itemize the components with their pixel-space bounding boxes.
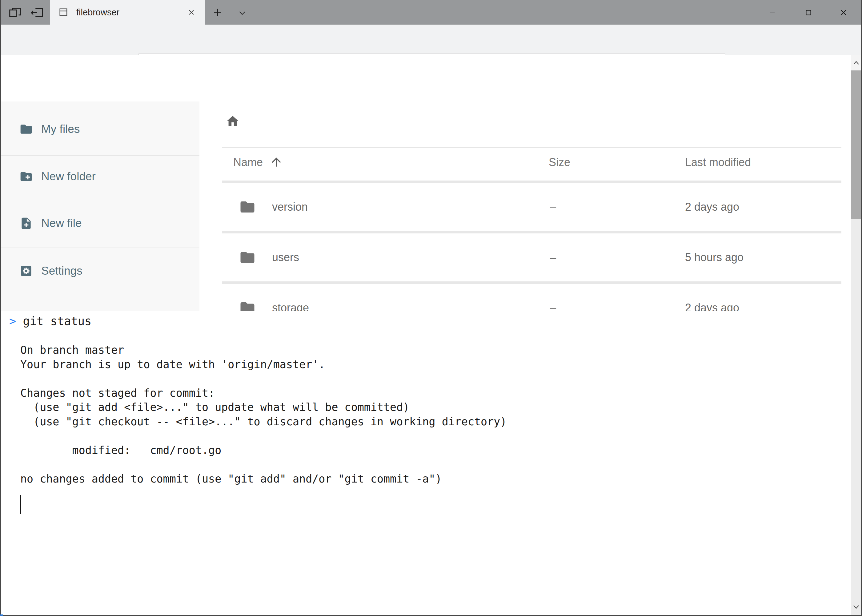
terminal-prompt-line: > git status <box>9 314 91 329</box>
maximize-button[interactable] <box>804 8 813 17</box>
breadcrumb-home-icon[interactable] <box>225 114 240 128</box>
folder-icon <box>239 300 256 311</box>
file-row-version[interactable]: version – 2 days ago <box>222 183 842 231</box>
browser-tab[interactable]: filebrowser <box>50 0 205 25</box>
page-scrollbar[interactable] <box>851 55 861 615</box>
new-tab-icon[interactable] <box>212 7 223 17</box>
file-size: – <box>550 233 556 281</box>
terminal-output: On branch master Your branch is up to da… <box>20 343 507 486</box>
window-border-bottom <box>0 615 862 616</box>
new-file-icon <box>19 217 33 230</box>
sidebar-item-new-file[interactable]: New file <box>0 206 199 240</box>
file-size: – <box>550 183 556 231</box>
sidebar-item-label: New file <box>41 206 82 240</box>
file-modified: 2 days ago <box>685 183 739 231</box>
browser-window: filebrowser <box>0 0 862 616</box>
file-row-storage[interactable]: storage – 2 days ago <box>222 284 842 311</box>
terminal-cursor <box>20 495 21 514</box>
column-header-modified[interactable]: Last modified <box>685 156 751 169</box>
file-modified: 2 days ago <box>685 284 739 311</box>
file-name: storage <box>272 284 309 311</box>
terminal-panel[interactable]: > git status On branch master Your branc… <box>1 311 851 615</box>
sidebar-item-label: My files <box>41 112 80 146</box>
tab-title: filebrowser <box>76 0 120 25</box>
tab-list-chevron-icon[interactable] <box>238 8 247 17</box>
sidebar-divider <box>0 155 199 156</box>
file-modified: 5 hours ago <box>685 233 744 281</box>
sidebar-item-my-files[interactable]: My files <box>0 112 199 146</box>
app-header <box>0 55 862 102</box>
sidebar-item-settings[interactable]: Settings <box>0 254 199 288</box>
window-border-left <box>0 0 1 616</box>
column-header-name[interactable]: Name <box>233 156 263 169</box>
breadcrumb-divider <box>222 147 842 148</box>
file-name: users <box>272 233 299 281</box>
scroll-up-icon[interactable] <box>851 55 861 71</box>
close-window-button[interactable] <box>838 8 848 17</box>
new-folder-icon <box>19 170 33 183</box>
scroll-down-icon[interactable] <box>851 599 861 615</box>
sidebar-item-new-folder[interactable]: New folder <box>0 160 199 193</box>
set-tabs-aside-icon[interactable] <box>30 6 44 20</box>
folder-icon <box>19 123 33 136</box>
folder-icon <box>239 249 256 266</box>
sort-ascending-icon[interactable] <box>269 155 283 169</box>
scrollbar-thumb[interactable] <box>851 71 861 219</box>
minimize-button[interactable] <box>767 8 777 17</box>
settings-gear-icon <box>19 264 33 278</box>
tab-bar: filebrowser <box>0 0 862 25</box>
prompt-chevron-icon: > <box>9 314 16 328</box>
file-size: – <box>550 284 556 311</box>
column-header-size[interactable]: Size <box>549 156 570 169</box>
sidebar-item-label: Settings <box>41 254 82 288</box>
terminal-command: git status <box>23 314 92 328</box>
file-name: version <box>272 183 308 231</box>
tab-preview-icon[interactable] <box>8 6 22 20</box>
file-listing: Name Size Last modified version – 2 days… <box>199 102 851 311</box>
navigation-bar: filebrowser.web/files/ <box>0 25 862 55</box>
file-row-users[interactable]: users – 5 hours ago <box>222 233 842 281</box>
tab-close-icon[interactable] <box>187 8 196 17</box>
sidebar: My files New folder New file <box>0 102 199 311</box>
tab-favicon-icon <box>58 7 69 18</box>
status-corner-fragment <box>0 614 3 616</box>
sidebar-item-label: New folder <box>41 160 96 193</box>
folder-icon <box>239 199 256 215</box>
